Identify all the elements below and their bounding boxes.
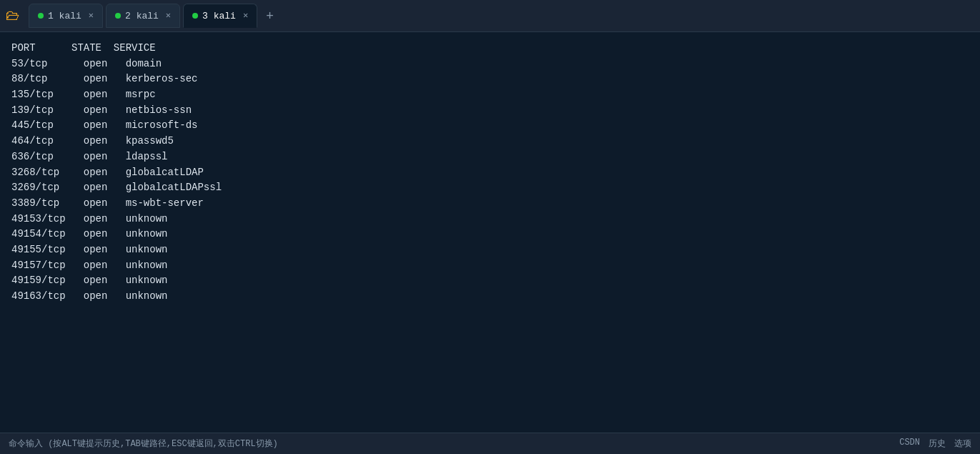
folder-icon[interactable]: 🗁 (6, 7, 20, 24)
tab-1-dot (38, 13, 44, 19)
terminal-content: PORT STATE SERVICE 53/tcp open domain 88… (11, 41, 969, 305)
history-link[interactable]: 历史 (929, 438, 946, 450)
terminal-output: PORT STATE SERVICE 53/tcp open domain 88… (0, 32, 980, 433)
tab-2-kali[interactable]: 2 kali ✕ (106, 4, 180, 28)
tab-1-kali[interactable]: 1 kali ✕ (29, 4, 103, 28)
tab-3-kali[interactable]: 3 kali ✕ (183, 4, 257, 28)
tab-3-close[interactable]: ✕ (243, 11, 248, 20)
tab-1-close[interactable]: ✕ (89, 11, 94, 20)
tab-bar: 🗁 1 kali ✕ 2 kali ✕ 3 kali ✕ + (0, 0, 980, 32)
tab-2-label: 2 kali (125, 11, 159, 21)
tab-1-label: 1 kali (48, 11, 81, 21)
add-tab-button[interactable]: + (260, 6, 279, 26)
tab-2-close[interactable]: ✕ (166, 11, 171, 20)
bottom-bar: 命令输入 (按ALT键提示历史,TAB键路径,ESC键返回,双击CTRL切换) … (0, 433, 980, 454)
tab-3-label: 3 kali (202, 11, 236, 21)
bottom-bar-hint: 命令输入 (按ALT键提示历史,TAB键路径,ESC键返回,双击CTRL切换) (9, 438, 278, 450)
csdn-link[interactable]: CSDN (899, 438, 920, 450)
tab-3-dot (192, 13, 198, 19)
bottom-bar-right: CSDN 历史 选项 (899, 438, 971, 450)
tab-2-dot (115, 13, 121, 19)
options-link[interactable]: 选项 (954, 438, 971, 450)
